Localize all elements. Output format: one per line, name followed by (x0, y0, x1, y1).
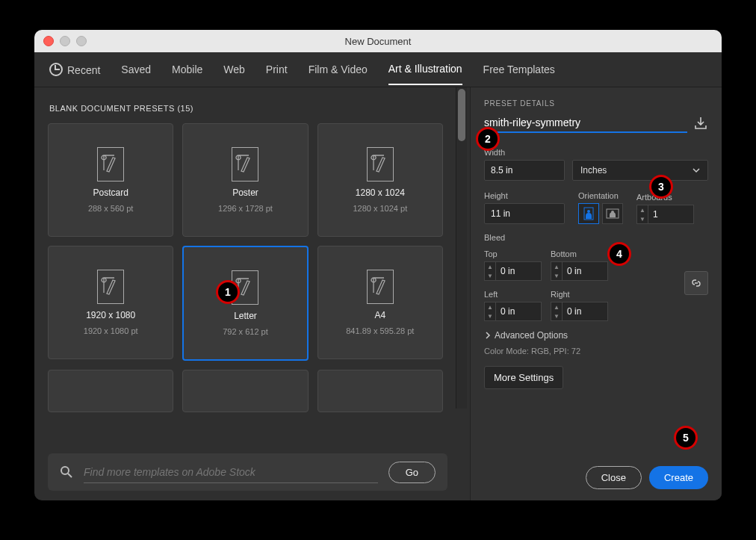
tab-film-video[interactable]: Film & Video (309, 55, 368, 84)
preset-name: Letter (234, 311, 257, 321)
unit-value: Inches (580, 165, 607, 176)
preset-poster[interactable]: Poster 1296 x 1728 pt (182, 123, 308, 237)
stock-search-input[interactable] (84, 462, 378, 483)
orientation-landscape-button[interactable] (602, 203, 623, 224)
document-icon (97, 147, 124, 181)
tab-art-illustration[interactable]: Art & Illustration (388, 54, 462, 85)
width-label: Width (484, 148, 708, 157)
preset-name: Postcard (93, 187, 128, 198)
bleed-top-label: Top (484, 249, 542, 258)
stepper-down-icon[interactable]: ▼ (637, 214, 648, 223)
preset-more-1[interactable] (48, 370, 173, 412)
bleed-right-label: Right (551, 290, 608, 299)
chevron-down-icon (693, 167, 700, 174)
tab-print[interactable]: Print (266, 55, 288, 84)
bleed-left-label: Left (484, 290, 542, 299)
preset-more-2[interactable] (182, 370, 308, 412)
presets-header: BLANK DOCUMENT PRESETS (15) (49, 104, 456, 113)
stock-go-button[interactable]: Go (388, 462, 436, 483)
document-icon (97, 270, 124, 304)
preset-details-panel: PRESET DETAILS Width Inches Height (470, 87, 722, 500)
bleed-left-input[interactable] (495, 302, 542, 321)
bleed-label: Bleed (484, 233, 708, 242)
details-title: PRESET DETAILS (484, 99, 708, 108)
preset-dim: 792 x 612 pt (223, 327, 268, 336)
category-tabs: Recent Saved Mobile Web Print Film & Vid… (34, 52, 722, 87)
tab-recent[interactable]: Recent (49, 54, 100, 85)
height-input[interactable] (484, 203, 565, 224)
preset-name: A4 (374, 310, 385, 320)
preset-name: Poster (232, 187, 258, 198)
artboards-stepper[interactable]: ▲▼ (636, 205, 694, 224)
stepper-up-icon[interactable]: ▲ (637, 205, 648, 214)
bleed-right-input[interactable] (562, 302, 608, 321)
preset-a4[interactable]: A4 841.89 x 595.28 pt (317, 246, 443, 359)
scrollbar[interactable] (456, 87, 467, 409)
svg-point-0 (61, 467, 69, 474)
document-icon (367, 147, 394, 181)
presets-panel: BLANK DOCUMENT PRESETS (15) Postcard 288… (34, 87, 470, 500)
preset-1280x1024[interactable]: 1280 x 1024 1280 x 1024 pt (317, 123, 443, 237)
preset-postcard[interactable]: Postcard 288 x 560 pt (48, 123, 173, 237)
document-icon (232, 147, 258, 181)
search-icon (60, 465, 73, 479)
preset-1920x1080[interactable]: 1920 x 1080 1920 x 1080 pt (48, 246, 173, 359)
preset-dim: 841.89 x 595.28 pt (346, 326, 414, 335)
preset-dim: 1280 x 1024 pt (353, 204, 407, 213)
height-label: Height (484, 191, 565, 200)
chevron-right-icon (484, 332, 492, 339)
titlebar: New Document (34, 30, 722, 52)
color-mode-text: Color Mode: RGB, PPI: 72 (484, 347, 708, 356)
preset-dim: 1296 x 1728 pt (218, 204, 273, 213)
bleed-bottom-label: Bottom (551, 249, 608, 258)
save-preset-icon[interactable] (693, 116, 708, 131)
preset-letter[interactable]: Letter 792 x 612 pt (182, 246, 308, 361)
stock-search-bar: Go (48, 453, 447, 491)
clock-icon (49, 63, 63, 76)
bleed-bottom-stepper[interactable]: ▲▼ (551, 261, 608, 281)
preset-dim: 1920 x 1080 pt (84, 326, 138, 335)
close-button[interactable]: Close (586, 466, 642, 489)
tab-saved[interactable]: Saved (121, 55, 151, 84)
advanced-options-toggle[interactable]: Advanced Options (484, 330, 708, 341)
preset-name: 1920 x 1080 (86, 310, 135, 320)
bleed-top-input[interactable] (495, 261, 542, 281)
new-document-window: 1 2 3 4 5 New Document Recent Saved Mobi… (34, 30, 722, 500)
more-settings-button[interactable]: More Settings (484, 366, 563, 389)
bleed-left-stepper[interactable]: ▲▼ (484, 302, 542, 321)
create-button[interactable]: Create (649, 466, 708, 489)
tab-web[interactable]: Web (223, 55, 245, 84)
document-icon (232, 270, 258, 305)
preset-dim: 288 x 560 pt (88, 204, 134, 213)
bleed-right-stepper[interactable]: ▲▼ (551, 302, 608, 321)
bleed-top-stepper[interactable]: ▲▼ (484, 261, 542, 281)
window-title: New Document (34, 36, 722, 47)
artboards-input[interactable] (648, 205, 694, 224)
orientation-portrait-button[interactable] (578, 203, 599, 224)
document-name-input[interactable] (484, 114, 687, 133)
document-icon (367, 270, 394, 304)
link-bleed-button[interactable] (684, 271, 708, 295)
tab-mobile[interactable]: Mobile (172, 55, 202, 84)
preset-more-3[interactable] (317, 370, 443, 412)
svg-point-3 (587, 210, 590, 213)
artboards-label: Artboards (636, 193, 694, 202)
preset-name: 1280 x 1024 (356, 187, 405, 198)
units-dropdown[interactable]: Inches (572, 160, 708, 181)
scroll-thumb[interactable] (458, 89, 465, 141)
bleed-bottom-input[interactable] (562, 261, 608, 281)
svg-line-1 (68, 474, 72, 477)
orientation-label: Orientation (578, 191, 623, 200)
tab-free-templates[interactable]: Free Templates (483, 55, 555, 84)
width-input[interactable] (484, 160, 565, 181)
